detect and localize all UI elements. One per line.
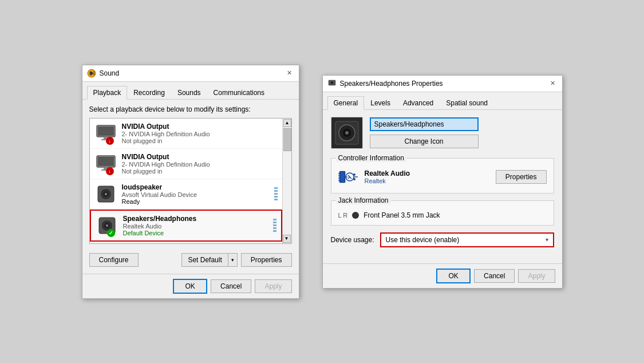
- realtek-icon: [338, 167, 359, 187]
- sound-section-label: Select a playback device below to modify…: [89, 105, 292, 113]
- sound-close-button[interactable]: ✕: [285, 69, 294, 78]
- props-device-header: Change Icon: [331, 117, 554, 149]
- device-item-nvidia2[interactable]: ↓ NVIDIA Output 2- NVIDIA High Definitio…: [90, 149, 282, 179]
- sound-title-bar: Sound ✕: [82, 65, 299, 82]
- configure-button[interactable]: Configure: [89, 253, 139, 267]
- status-badge-2: ↓: [106, 167, 114, 175]
- device-usage-label: Device usage:: [331, 236, 374, 244]
- status-badge-1: ↓: [106, 137, 114, 145]
- device-item-nvidia1[interactable]: ↓ NVIDIA Output 2- NVIDIA High Definitio…: [90, 119, 282, 149]
- jack-section: Jack Information L R Front Panel 3.5 mm …: [331, 200, 554, 226]
- device-name-2: NVIDIA Output: [122, 153, 278, 161]
- device-usage-dropdown[interactable]: Use this device (enable) ▾: [380, 232, 554, 247]
- sound-tabs: Playback Recording Sounds Communications: [82, 82, 299, 100]
- tab-advanced[interactable]: Advanced: [397, 96, 440, 110]
- props-title-bar: Speakers/Headphones Properties ✕: [323, 76, 562, 92]
- sound-window-title: Sound: [100, 69, 120, 77]
- jack-row: L R Front Panel 3.5 mm Jack: [338, 207, 547, 219]
- scroll-up-arrow[interactable]: ▲: [283, 119, 291, 127]
- tab-levels[interactable]: Levels: [364, 96, 397, 110]
- svg-point-20: [106, 224, 108, 227]
- set-default-arrow[interactable]: ▾: [228, 254, 237, 266]
- level-bars-4: [273, 219, 276, 232]
- device-icon-speaker2: ✓: [96, 214, 118, 237]
- device-detail1-2: 2- NVIDIA High Definition Audio: [122, 161, 278, 168]
- device-name-3: loudspeaker: [122, 183, 272, 191]
- device-item-redmi[interactable]: ↓ Redmi Redmi AirDots 2 Hands-Free AG Au…: [90, 242, 282, 244]
- props-name-group: Change Icon: [370, 117, 479, 148]
- jack-dot-icon: [352, 212, 359, 219]
- scroll-down-arrow[interactable]: ▼: [283, 235, 291, 243]
- sound-ok-buttons: OK Cancel Apply: [82, 274, 299, 298]
- controller-section-title: Controller Information: [336, 154, 406, 162]
- device-icon-monitor1: ↓: [94, 122, 117, 145]
- svg-point-16: [105, 193, 107, 195]
- svg-rect-31: [341, 172, 344, 182]
- device-usage-row: Device usage: Use this device (enable) ▾: [331, 232, 554, 247]
- controller-name: Realtek Audio: [365, 169, 410, 177]
- scroll-thumb[interactable]: [283, 128, 291, 151]
- svg-point-40: [353, 173, 355, 176]
- sound-window: Sound ✕ Playback Recording Sounds Commun…: [82, 65, 299, 299]
- tab-communications[interactable]: Communications: [207, 86, 271, 100]
- device-detail1-4: Realtek Audio: [123, 223, 271, 230]
- tab-general[interactable]: General: [327, 96, 365, 110]
- sound-ok-button[interactable]: OK: [173, 279, 207, 294]
- device-info-3: loudspeaker Avsoft Virtual Audio Device …: [122, 183, 272, 205]
- level-bars-3: [274, 187, 278, 200]
- device-info-1: NVIDIA Output 2- NVIDIA High Definition …: [122, 123, 278, 144]
- sound-window-icon: [87, 69, 96, 78]
- svg-point-41: [353, 178, 355, 180]
- props-window: Speakers/Headphones Properties ✕ General…: [322, 75, 563, 289]
- props-cancel-button[interactable]: Cancel: [474, 269, 515, 283]
- controller-row: Realtek Audio Realtek Properties: [338, 164, 547, 187]
- svg-point-29: [345, 131, 349, 135]
- device-item-loudspeaker[interactable]: loudspeaker Avsoft Virtual Audio Device …: [90, 179, 282, 210]
- controller-sub: Realtek: [365, 177, 410, 184]
- device-detail1-3: Avsoft Virtual Audio Device: [122, 191, 272, 198]
- device-icon-monitor2: ↓: [94, 152, 117, 175]
- change-icon-button[interactable]: Change Icon: [370, 135, 479, 148]
- device-detail1-1: 2- NVIDIA High Definition Audio: [122, 131, 278, 137]
- controller-info: Realtek Audio Realtek: [365, 169, 410, 184]
- controller-properties-button[interactable]: Properties: [496, 170, 547, 184]
- svg-point-25: [331, 82, 333, 84]
- props-close-button[interactable]: ✕: [548, 79, 558, 88]
- device-status-1: Not plugged in: [122, 137, 278, 144]
- device-item-speakers[interactable]: ✓ Speakers/Headphones Realtek Audio Defa…: [90, 210, 282, 242]
- props-ok-buttons: OK Cancel Apply: [323, 263, 562, 288]
- tab-recording[interactable]: Recording: [127, 86, 171, 100]
- tab-sounds[interactable]: Sounds: [171, 86, 207, 100]
- props-apply-button[interactable]: Apply: [518, 269, 555, 283]
- set-default-button[interactable]: Set Default: [182, 254, 227, 266]
- device-info-2: NVIDIA Output 2- NVIDIA High Definition …: [122, 153, 278, 175]
- device-list[interactable]: ↓ NVIDIA Output 2- NVIDIA High Definitio…: [89, 118, 292, 244]
- device-list-scrollbar[interactable]: ▲ ▼: [282, 119, 291, 243]
- jack-section-title: Jack Information: [336, 196, 391, 204]
- tab-playback[interactable]: Playback: [87, 86, 128, 100]
- props-device-icon: [331, 117, 363, 149]
- properties-button[interactable]: Properties: [241, 253, 292, 267]
- device-items-container: ↓ NVIDIA Output 2- NVIDIA High Definitio…: [90, 119, 291, 244]
- dropdown-arrow-icon: ▾: [546, 236, 548, 243]
- device-usage-value: Use this device (enable): [386, 236, 460, 244]
- device-name-4: Speakers/Headphones: [123, 215, 271, 223]
- device-status-4: Default Device: [123, 230, 271, 236]
- sound-lower-buttons: Configure Set Default ▾ Properties: [82, 250, 299, 270]
- tab-spatial[interactable]: Spatial sound: [440, 96, 494, 110]
- device-name-input[interactable]: [370, 117, 479, 131]
- props-tabs: General Levels Advanced Spatial sound: [323, 92, 562, 110]
- props-window-icon: [327, 79, 337, 88]
- sound-cancel-button[interactable]: Cancel: [211, 279, 251, 293]
- props-ok-button[interactable]: OK: [436, 269, 471, 283]
- svg-rect-10: [98, 157, 114, 166]
- props-content: Change Icon Controller Information: [323, 110, 562, 260]
- props-title-bar-left: Speakers/Headphones Properties: [327, 79, 443, 88]
- device-icon-speaker1: [94, 183, 117, 206]
- jack-description: Front Panel 3.5 mm Jack: [364, 211, 440, 219]
- device-status-2: Not plugged in: [122, 168, 278, 175]
- set-default-split: Set Default ▾: [181, 253, 237, 267]
- sound-content: Select a playback device below to modify…: [82, 100, 299, 250]
- title-bar-left: Sound: [87, 69, 120, 78]
- sound-apply-button[interactable]: Apply: [255, 279, 291, 293]
